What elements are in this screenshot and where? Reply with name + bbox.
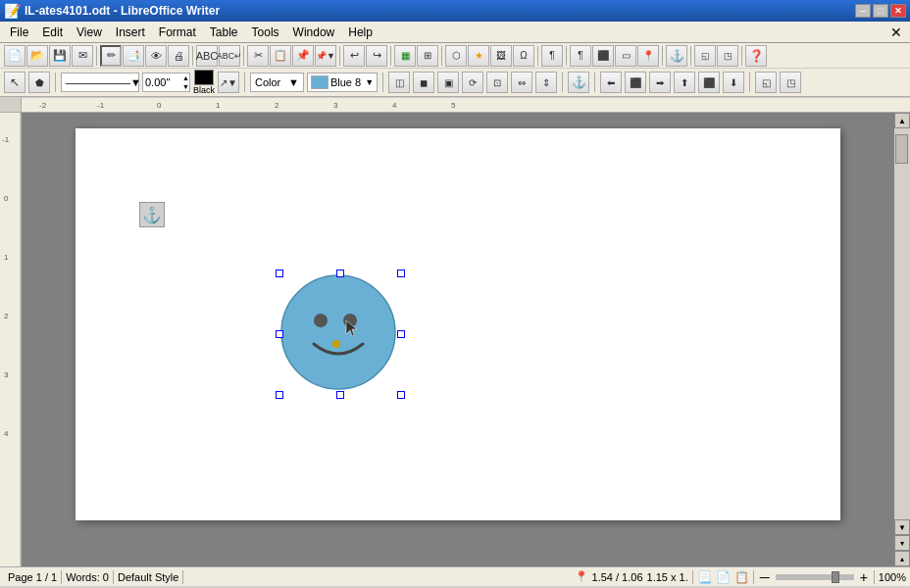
scroll-bottom-button[interactable]: ▾ — [894, 535, 910, 551]
export-pdf-button[interactable]: 📑 — [123, 45, 144, 67]
scroll-down-button[interactable]: ▼ — [894, 519, 910, 535]
vertical-scrollbar[interactable]: ▲ ▼ ▾ ▴ — [894, 113, 910, 566]
fill-color-control[interactable]: Blue 8 ▼ — [307, 73, 378, 92]
menu-help[interactable]: Help — [342, 24, 379, 41]
handle-ml[interactable] — [276, 330, 283, 338]
title-bar-left: 📝 IL-ates4101.odt - LibreOffice Writer — [4, 3, 220, 19]
zoom-level[interactable]: 100% — [879, 571, 906, 583]
align-top-button[interactable]: ⬆ — [674, 72, 695, 93]
menu-insert[interactable]: Insert — [110, 24, 151, 41]
line-arrow-dropdown[interactable]: ↗▼ — [218, 72, 239, 93]
points-tool-button[interactable]: ⬟ — [28, 72, 50, 93]
align-bottom-button[interactable]: ⬇ — [723, 72, 744, 93]
menu-format[interactable]: Format — [153, 24, 202, 41]
anchor-button[interactable]: ⚓ — [568, 72, 589, 93]
line-color-box — [194, 70, 214, 85]
email-button[interactable]: ✉ — [72, 45, 93, 67]
libreoffice-help-button[interactable]: ❓ — [745, 45, 767, 67]
text-boundaries-button[interactable]: ▭ — [615, 45, 636, 67]
insert-picture-button[interactable]: 🖼 — [490, 45, 512, 67]
close-button[interactable]: ✕ — [890, 4, 906, 18]
zoom-minus-button[interactable]: ─ — [758, 569, 772, 585]
flip-h-button[interactable]: ⇔ — [511, 72, 532, 93]
line-style-dropdown[interactable]: —————— ▼ — [61, 73, 139, 92]
fontwork-button[interactable]: ★ — [468, 45, 489, 67]
scroll-top-button[interactable]: ▴ — [894, 551, 910, 566]
formatting-marks-button[interactable]: ⬛ — [592, 45, 614, 67]
minimize-button[interactable]: ─ — [855, 4, 871, 18]
menu-close-icon[interactable]: ✕ — [886, 24, 906, 40]
svg-text:-1: -1 — [97, 101, 105, 110]
zoom-plus-button[interactable]: + — [858, 569, 870, 585]
nonprinting-chars-button[interactable]: ¶ — [570, 45, 591, 67]
send-back-button[interactable]: ◱ — [694, 45, 716, 67]
menu-view[interactable]: View — [71, 24, 108, 41]
send-back2-button[interactable]: ◱ — [755, 72, 777, 93]
view-icon-2[interactable]: 📄 — [716, 570, 731, 584]
new-button[interactable]: 📄 — [4, 45, 25, 67]
scroll-up-button[interactable]: ▲ — [894, 113, 910, 128]
open-button[interactable]: 📂 — [26, 45, 48, 67]
spellcheck-button[interactable]: ABC — [196, 45, 218, 67]
text-box-button[interactable]: ▣ — [437, 72, 459, 93]
arrow-tool-button[interactable]: ↖ — [4, 72, 25, 93]
save-button[interactable]: 💾 — [49, 45, 71, 67]
anchor-position-button[interactable]: ⚓ — [666, 45, 687, 67]
redo-button[interactable]: ↪ — [366, 45, 387, 67]
bring-front-button[interactable]: ◳ — [717, 45, 738, 67]
ruler-corner — [0, 97, 22, 113]
align-right-button[interactable]: ➡ — [649, 72, 671, 93]
align-center-button[interactable]: ⬛ — [625, 72, 646, 93]
navigator-button[interactable]: 📍 — [637, 45, 659, 67]
menu-window[interactable]: Window — [287, 24, 341, 41]
color-mode-dropdown[interactable]: Color ▼ — [250, 73, 304, 92]
line-width-control: ▲ ▼ — [142, 73, 190, 92]
scroll-thumb[interactable] — [895, 134, 908, 164]
undo-button[interactable]: ↩ — [343, 45, 365, 67]
bring-front2-button[interactable]: ◳ — [780, 72, 801, 93]
view-icon-1[interactable]: 📃 — [697, 570, 712, 584]
copy-button[interactable]: 📋 — [270, 45, 291, 67]
flip-v-button[interactable]: ⇕ — [535, 72, 557, 93]
handle-mr[interactable] — [397, 330, 405, 338]
shadow-button[interactable]: ◫ — [388, 72, 410, 93]
align-left-button[interactable]: ⬅ — [600, 72, 622, 93]
zoom-slider[interactable] — [776, 574, 854, 580]
paste-button[interactable]: 📌 — [292, 45, 314, 67]
maximize-button[interactable]: □ — [873, 4, 888, 18]
menu-tools[interactable]: Tools — [246, 24, 285, 41]
line-width-spinner[interactable]: ▲ ▼ — [182, 74, 189, 91]
menu-table[interactable]: Table — [204, 24, 244, 41]
draw-function-button[interactable]: ▦ — [394, 45, 416, 67]
print-button[interactable]: 🖨 — [168, 45, 189, 67]
autocorrect-button[interactable]: ABC↵ — [219, 45, 240, 67]
cut-button[interactable]: ✂ — [247, 45, 269, 67]
line-width-input[interactable] — [143, 74, 182, 91]
object-rotation-button[interactable]: ⟳ — [462, 72, 483, 93]
zoom-thumb[interactable] — [832, 571, 839, 583]
handle-tl[interactable] — [276, 270, 283, 277]
print-preview-button[interactable]: 👁 — [145, 45, 167, 67]
smiley-shape[interactable] — [279, 273, 401, 395]
paste-special-button[interactable]: 📌▼ — [315, 45, 336, 67]
view-icon-3[interactable]: 📋 — [734, 570, 749, 584]
insert-table-button[interactable]: ⊞ — [417, 45, 438, 67]
line-color-control[interactable]: Black — [193, 70, 215, 95]
fill-color-label: Blue 8 — [330, 76, 361, 88]
handle-tr[interactable] — [397, 270, 405, 277]
menu-edit[interactable]: Edit — [36, 24, 69, 41]
handle-bm[interactable] — [336, 391, 344, 399]
status-sep-3 — [182, 570, 183, 584]
crop-button[interactable]: ⊡ — [486, 72, 508, 93]
handle-tm[interactable] — [336, 270, 344, 277]
handle-bl[interactable] — [276, 391, 283, 399]
insert-frame-button[interactable]: ⬡ — [445, 45, 467, 67]
shadow-color-button[interactable]: ◼ — [413, 72, 434, 93]
align-middle-button[interactable]: ⬛ — [698, 72, 720, 93]
edit-mode-button[interactable]: ✏ — [100, 45, 122, 67]
handle-br[interactable] — [397, 391, 405, 399]
character-formatting-button[interactable]: ¶ — [541, 45, 563, 67]
insert-special-button[interactable]: Ω — [513, 45, 534, 67]
menu-file[interactable]: File — [4, 24, 34, 41]
document-area[interactable]: ⚓ — [22, 113, 894, 566]
